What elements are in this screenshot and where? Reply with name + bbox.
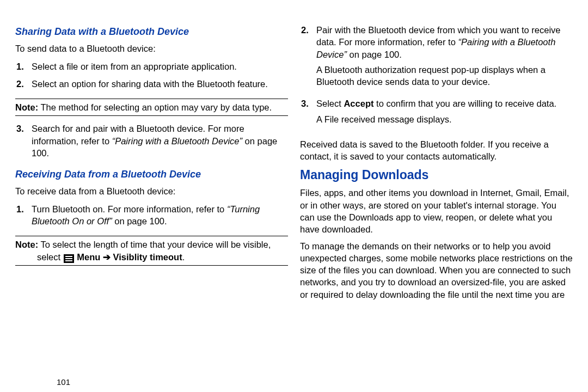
left-column: Sharing Data with a Bluetooth Device To … bbox=[15, 22, 288, 370]
page-footer: 101 bbox=[15, 370, 573, 388]
step-number: 3. bbox=[301, 97, 309, 109]
receive-steps-cont: 2. Pair with the Bluetooth device from w… bbox=[300, 23, 573, 134]
send-step-3: 3. Search for and pair with a Bluetooth … bbox=[27, 121, 288, 163]
svg-rect-1 bbox=[65, 258, 72, 259]
note-text: The method for selecting an option may v… bbox=[38, 102, 272, 112]
note-label: Note: bbox=[15, 240, 38, 249]
step-text-end: on page 100. bbox=[347, 50, 402, 59]
send-steps: 1. Select a file or item from an appropr… bbox=[15, 59, 288, 95]
menu-icon bbox=[64, 254, 74, 263]
managing-p2: To manage the demands on their networks … bbox=[300, 240, 573, 301]
note-visibility-timeout: Note: To select the length of time that … bbox=[15, 236, 288, 266]
intro-receive: To receive data from a Bluetooth device: bbox=[15, 185, 288, 197]
right-column: 2. Pair with the Bluetooth device from w… bbox=[300, 22, 573, 370]
visibility-timeout-label: Visiblity timeout bbox=[113, 252, 182, 262]
send-steps-cont: 3. Search for and pair with a Bluetooth … bbox=[15, 121, 288, 163]
receive-step-1: 1. Turn Bluetooth on. For more informati… bbox=[27, 202, 288, 232]
step-text: Select a file or item from an appropriat… bbox=[32, 62, 237, 71]
step-number: 2. bbox=[16, 78, 24, 90]
intro-send: To send data to a Bluetooth device: bbox=[15, 42, 288, 54]
step-text-end: on page 100. bbox=[112, 216, 167, 226]
step-number: 1. bbox=[16, 203, 24, 215]
step-text: Turn Bluetooth on. For more information,… bbox=[32, 204, 227, 214]
receive-step-2: 2. Pair with the Bluetooth device from w… bbox=[312, 23, 573, 96]
step-number: 1. bbox=[16, 60, 24, 72]
step-number: 2. bbox=[301, 24, 309, 36]
svg-rect-2 bbox=[65, 260, 72, 261]
arrow-icon: ➔ bbox=[100, 252, 113, 262]
step-subpara: A File received message displays. bbox=[316, 113, 573, 125]
step-text: Select bbox=[316, 99, 344, 108]
step-number: 3. bbox=[16, 122, 24, 134]
accept-label: Accept bbox=[344, 99, 373, 108]
heading-sharing: Sharing Data with a Bluetooth Device bbox=[15, 25, 288, 38]
heading-managing-downloads: Managing Downloads bbox=[300, 167, 573, 183]
received-data-saved: Received data is saved to the Bluetooth … bbox=[300, 138, 573, 163]
note-label: Note: bbox=[15, 102, 38, 112]
svg-rect-0 bbox=[65, 256, 72, 257]
receive-steps: 1. Turn Bluetooth on. For more informati… bbox=[15, 202, 288, 232]
note-text-end: . bbox=[182, 252, 185, 262]
receive-step-3: 3. Select Accept to confirm that you are… bbox=[312, 96, 573, 134]
step-text: Select an option for sharing data with t… bbox=[32, 79, 268, 89]
menu-label: Menu bbox=[77, 252, 100, 262]
heading-receiving: Receiving Data from a Bluetooth Device bbox=[15, 168, 288, 181]
step-subpara: A Bluetooth authorization request pop-up… bbox=[316, 64, 573, 88]
managing-p1: Files, apps, and other items you downloa… bbox=[300, 187, 573, 235]
step-text-end: to confirm that you are willing to recei… bbox=[373, 99, 556, 108]
two-column-layout: Sharing Data with a Bluetooth Device To … bbox=[15, 22, 573, 370]
note-method-vary: Note: The method for selecting an option… bbox=[15, 99, 288, 116]
send-step-1: 1. Select a file or item from an appropr… bbox=[27, 59, 288, 77]
xref-pairing: “Pairing with a Bluetooth Device” bbox=[112, 136, 242, 146]
page-number: 101 bbox=[57, 377, 70, 387]
send-step-2: 2. Select an option for sharing data wit… bbox=[27, 77, 288, 94]
